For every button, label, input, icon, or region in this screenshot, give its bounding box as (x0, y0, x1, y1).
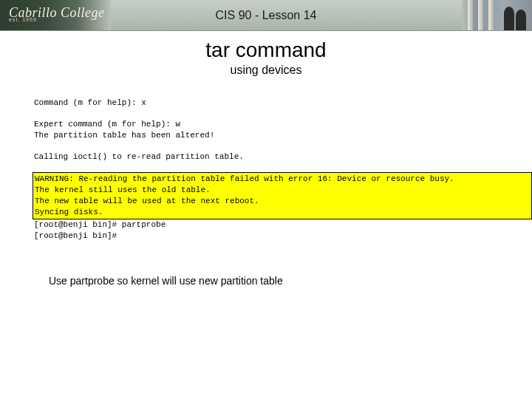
warning-line: The kernel still uses the old table. (35, 185, 530, 196)
terminal-line: Command (m for help): x (34, 98, 502, 109)
terminal-block: Expert command (m for help): w The parti… (34, 119, 502, 141)
terminal-line: The partition table has been altered! (34, 130, 502, 141)
slide-title: tar command (15, 38, 517, 62)
header-decoration (462, 0, 532, 30)
warning-highlight: WARNING: Re-reading the partition table … (33, 172, 532, 219)
terminal-line: [root@benji bin]# partprobe (34, 219, 502, 231)
logo-text-main: Cabrillo College (9, 8, 111, 18)
terminal-line: Expert command (m for help): w (34, 119, 502, 130)
slide-subtitle: using devices (15, 64, 517, 77)
warning-line: Syncing disks. (35, 207, 530, 218)
terminal-line: [root@benji bin]# (34, 231, 502, 242)
slide-header: Cabrillo College est. 1959 CIS 90 - Less… (0, 0, 532, 31)
terminal-block: [root@benji bin]# partprobe [root@benji … (34, 219, 502, 242)
terminal-line: Calling ioctl() to re-read partition tab… (34, 151, 502, 163)
college-logo: Cabrillo College est. 1959 (0, 0, 111, 30)
terminal-output: Command (m for help): x Expert command (… (34, 98, 502, 241)
slide-content: tar command using devices Command (m for… (0, 31, 532, 287)
course-title: CIS 90 - Lesson 14 (216, 9, 317, 22)
logo-text-sub: est. 1959 (9, 18, 111, 22)
warning-line: WARNING: Re-reading the partition table … (35, 174, 530, 185)
warning-line: The new table will be used at the next r… (35, 196, 530, 207)
instruction-note: Use partprobe so kernel will use new par… (49, 275, 517, 287)
